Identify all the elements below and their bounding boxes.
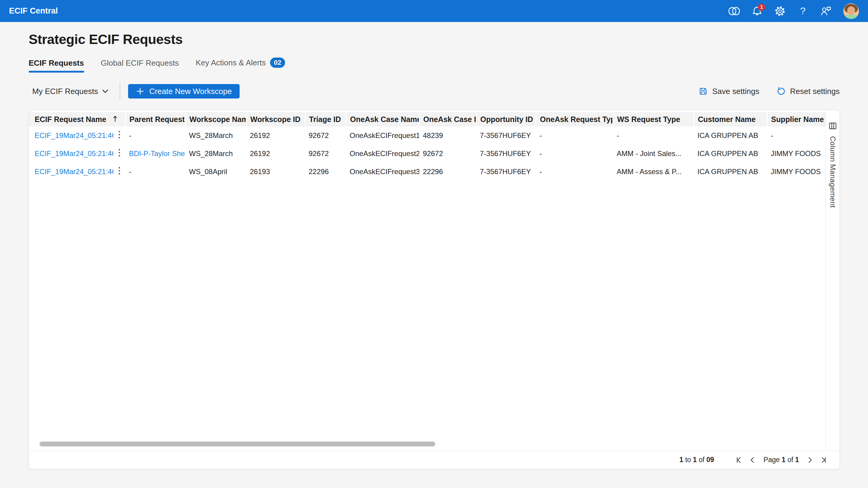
- main-content: Strategic ECIF Requests ECIF Requests Gl…: [0, 32, 868, 469]
- cell-workscope-name: WS_28March: [185, 127, 246, 144]
- cell-triage-id: 92672: [305, 127, 346, 144]
- app-title: ECIF Central: [9, 6, 58, 16]
- cell-workscope-id: 26192: [246, 127, 305, 144]
- tab-global-ecif-requests[interactable]: Global ECIF Requests: [101, 59, 179, 73]
- table-row: ECIF_19Mar24_05:21:46 - WS_28March 26192…: [29, 127, 826, 144]
- cell-workscope-name: WS_08April: [185, 163, 246, 181]
- request-name-link[interactable]: ECIF_19Mar24_05:21:46: [35, 131, 113, 139]
- col-header-triage-id[interactable]: Triage ID: [305, 112, 346, 127]
- cell-ws-request-type: AMM - Assess & P...: [613, 163, 694, 181]
- reset-settings-button[interactable]: Reset settings: [776, 87, 840, 96]
- copilot-icon[interactable]: [727, 4, 741, 18]
- table-body-region: ECIF Request Name Parent Request Worksco…: [29, 110, 839, 451]
- first-page-icon: [735, 456, 742, 464]
- col-header-opportunity-id[interactable]: Opportunity ID: [476, 112, 536, 127]
- requests-filter-dropdown[interactable]: My ECIF Requests: [29, 85, 112, 98]
- table-scroll-area: ECIF Request Name Parent Request Worksco…: [29, 110, 826, 451]
- row-actions-kebab-icon[interactable]: [113, 127, 125, 144]
- notifications-bell-icon[interactable]: 1: [750, 4, 764, 18]
- next-page-button[interactable]: [804, 455, 815, 465]
- col-header-ws-request-type[interactable]: WS Request Type: [613, 112, 694, 127]
- cell-oneask-case-id: 48239: [419, 127, 476, 144]
- cell-triage-id: 92672: [305, 144, 346, 163]
- parent-request-link[interactable]: BDI-P-Taylor She..: [129, 150, 185, 158]
- notification-count-badge: 1: [758, 4, 765, 11]
- request-name-link[interactable]: ECIF_19Mar24_05:21:46: [35, 167, 113, 175]
- cell-ws-request-type: AMM - Joint Sales...: [613, 144, 694, 163]
- cell-parent-request: -: [125, 127, 185, 144]
- cell-opportunity-id: 7-3567HUF6EY: [476, 144, 536, 163]
- previous-page-button[interactable]: [747, 455, 758, 465]
- cell-supplier-name: -: [767, 127, 826, 144]
- cell-customer-name: ICA GRUPPEN AB: [694, 127, 767, 144]
- page-title: Strategic ECIF Requests: [29, 32, 840, 47]
- reset-undo-icon: [776, 87, 786, 96]
- cell-oneask-case-name: OneAskECIFrequest1: [346, 127, 419, 144]
- cell-opportunity-id: 7-3567HUF6EY: [476, 163, 536, 181]
- table-header-row: ECIF Request Name Parent Request Worksco…: [29, 112, 826, 127]
- cell-parent-request: BDI-P-Taylor She..: [125, 144, 185, 163]
- sort-ascending-icon: [113, 116, 118, 122]
- feedback-person-icon[interactable]: [819, 4, 832, 18]
- cell-oneask-request-type: -: [536, 163, 613, 181]
- cell-oneask-case-id: 22296: [419, 163, 476, 181]
- cell-oneask-case-id: 92672: [419, 144, 476, 163]
- col-header-supplier-name[interactable]: Supplier Name: [767, 112, 826, 127]
- tab-bar: ECIF Requests Global ECIF Requests Key A…: [29, 58, 840, 73]
- col-header-parent-request[interactable]: Parent Request: [125, 112, 185, 127]
- page-indicator: Page 1 of 1: [764, 456, 799, 464]
- ecif-requests-table: ECIF Request Name Parent Request Worksco…: [29, 112, 826, 181]
- last-page-icon: [820, 456, 827, 464]
- help-icon[interactable]: ?: [796, 4, 809, 18]
- avatar-shirt: [844, 15, 858, 19]
- requests-table-card: ECIF Request Name Parent Request Worksco…: [29, 110, 840, 469]
- table-row: ECIF_19Mar24_05:21:46 - WS_08April 26193…: [29, 163, 826, 181]
- col-header-oneask-request-type[interactable]: OneAsk Request Type: [536, 112, 613, 127]
- col-header-workscope-name[interactable]: Workscope Name: [185, 112, 246, 127]
- cell-workscope-id: 26193: [246, 163, 305, 181]
- column-management-panel[interactable]: Column Management: [826, 110, 839, 451]
- cell-oneask-case-name: OneAskECIFrequest2: [346, 144, 419, 163]
- cell-parent-request: -: [125, 163, 185, 181]
- avatar-face: [847, 6, 855, 15]
- col-header-customer-name[interactable]: Customer Name: [694, 112, 767, 127]
- cell-customer-name: ICA GRUPPEN AB: [694, 144, 767, 163]
- next-page-icon: [806, 456, 813, 464]
- tab-key-actions-alerts[interactable]: Key Actions & Alerts 02: [195, 58, 285, 73]
- toolbar-divider: [120, 83, 120, 100]
- pagination-bar: 1 to 1 of 09 Page 1: [29, 451, 839, 469]
- previous-page-icon: [749, 456, 756, 464]
- alerts-count-badge: 02: [270, 58, 285, 68]
- save-settings-button[interactable]: Save settings: [698, 87, 759, 96]
- request-name-link[interactable]: ECIF_19Mar24_05:21:46: [35, 150, 113, 158]
- topbar: ECIF Central 1 ?: [0, 0, 868, 22]
- last-page-button[interactable]: [818, 455, 829, 465]
- topbar-actions: 1 ?: [727, 3, 859, 19]
- row-actions-kebab-icon[interactable]: [113, 163, 125, 181]
- row-range-text: 1 to 1 of 09: [679, 456, 714, 464]
- col-header-oneask-case-name[interactable]: OneAsk Case Name: [346, 112, 419, 127]
- toolbar: My ECIF Requests Create New Workscope Sa…: [29, 83, 840, 100]
- horizontal-scrollbar-thumb[interactable]: [39, 442, 435, 447]
- cell-ws-request-type: -: [613, 127, 694, 144]
- tab-ecif-requests[interactable]: ECIF Requests: [29, 59, 84, 73]
- row-actions-kebab-icon[interactable]: [113, 144, 125, 163]
- settings-gear-icon[interactable]: [773, 4, 786, 18]
- col-header-oneask-case-id[interactable]: OneAsk Case ID: [419, 112, 476, 127]
- cell-customer-name: ICA GRUPPEN AB: [694, 163, 767, 181]
- col-header-ecif-request-name[interactable]: ECIF Request Name: [29, 112, 125, 127]
- chevron-down-icon: [102, 90, 108, 93]
- user-avatar[interactable]: [843, 3, 859, 19]
- column-management-icon[interactable]: [829, 122, 837, 130]
- cell-workscope-name: WS_28March: [185, 144, 246, 163]
- col-header-workscope-id[interactable]: Workscope ID: [246, 112, 305, 127]
- cell-oneask-request-type: -: [536, 144, 613, 163]
- cell-oneask-request-type: -: [536, 127, 613, 144]
- create-new-workscope-button[interactable]: Create New Workscope: [128, 84, 240, 98]
- cell-workscope-id: 26192: [246, 144, 305, 163]
- plus-icon: [136, 87, 144, 96]
- cell-opportunity-id: 7-3567HUF6EY: [476, 127, 536, 144]
- first-page-button[interactable]: [733, 455, 744, 465]
- table-row: ECIF_19Mar24_05:21:46 BDI-P-Taylor She..…: [29, 144, 826, 163]
- save-icon: [698, 87, 708, 96]
